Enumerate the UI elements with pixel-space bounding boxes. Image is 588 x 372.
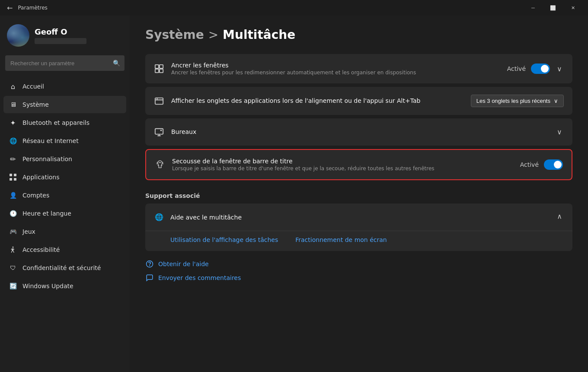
help-item-title: Aide avec le multitâche — [170, 214, 242, 221]
sidebar-item-accueil[interactable]: ⌂ Accueil — [3, 78, 126, 95]
close-button[interactable]: ✕ — [563, 0, 583, 16]
minimize-button[interactable]: ─ — [523, 0, 543, 16]
bluetooth-icon: ✦ — [9, 118, 17, 127]
windows-update-icon: 🔄 — [9, 282, 17, 290]
accessibility-icon — [9, 245, 17, 254]
setting-card-onglets: Afficher les onglets des applications lo… — [145, 87, 572, 115]
footer-link-help-label: Obtenir de l'aide — [158, 261, 209, 267]
sidebar-item-heure[interactable]: 🕐 Heure et langue — [3, 205, 126, 222]
privacy-icon: 🛡 — [9, 264, 17, 272]
feedback-icon — [145, 273, 154, 282]
accounts-icon: 👤 — [9, 191, 17, 200]
setting-control-onglets: Les 3 onglets les plus récents ∨ — [471, 95, 564, 107]
setting-title-ancrer: Ancrer les fenêtres — [171, 62, 500, 69]
sidebar-item-label-jeux: Jeux — [22, 228, 35, 235]
footer-link-help[interactable]: Obtenir de l'aide — [145, 260, 572, 268]
help-chevron[interactable]: ∨ — [555, 211, 564, 223]
footer-link-feedback[interactable]: Envoyer des commentaires — [145, 273, 572, 282]
app-container: Geoff O 🔍 ⌂ Accueil 🖥 Système ✦ Bluetoot… — [0, 16, 588, 372]
svg-rect-8 — [160, 69, 163, 73]
sidebar-item-jeux[interactable]: 🎮 Jeux — [3, 223, 126, 240]
breadcrumb-current: Multitâche — [223, 28, 295, 42]
setting-text-bureaux: Bureaux — [171, 128, 548, 136]
apps-icon — [9, 173, 17, 181]
search-input[interactable] — [5, 55, 125, 71]
titlebar: ← Paramètres ─ ⬜ ✕ — [0, 0, 588, 16]
sidebar-item-applications[interactable]: Applications — [3, 169, 126, 186]
sidebar-item-label-confidentialite: Confidentialité et sécurité — [22, 264, 101, 271]
sidebar-item-personnalisation[interactable]: ✏ Personnalisation — [3, 150, 126, 168]
maximize-button[interactable]: ⬜ — [543, 0, 563, 16]
support-card: 🌐 Aide avec le multitâche ∨ Utilisation … — [145, 203, 572, 251]
sidebar-item-label-accessibilite: Accessibilité — [22, 246, 60, 253]
setting-row-ancrer: Ancrer les fenêtres Ancrer les fenêtres … — [145, 54, 572, 83]
sidebar-item-reseau[interactable]: 🌐 Réseau et Internet — [3, 132, 126, 149]
profile-name: Geoff O — [35, 27, 86, 36]
toggle-knob-secousse — [554, 161, 562, 169]
toggle-knob-ancrer — [541, 65, 549, 73]
sidebar-item-label-personnalisation: Personnalisation — [22, 156, 72, 162]
footer-links: Obtenir de l'aide Envoyer des commentair… — [145, 260, 572, 282]
setting-row-secousse: Secousse de la fenêtre de barre de titre… — [146, 150, 572, 179]
sidebar-item-label-windows-update: Windows Update — [22, 283, 74, 289]
footer-link-feedback-label: Envoyer des commentaires — [158, 274, 241, 281]
svg-rect-5 — [155, 65, 159, 68]
sidebar-item-confidentialite[interactable]: 🛡 Confidentialité et sécurité — [3, 259, 126, 277]
svg-point-21 — [150, 265, 150, 266]
personalization-icon: ✏ — [9, 155, 17, 163]
home-icon: ⌂ — [9, 82, 17, 91]
sidebar-item-comptes[interactable]: 👤 Comptes — [3, 187, 126, 204]
sidebar-item-bluetooth[interactable]: ✦ Bluetooth et appareils — [3, 114, 126, 131]
svg-rect-12 — [155, 128, 163, 134]
setting-desc-secousse: Lorsque je saisis la barre de titre d'un… — [172, 165, 513, 172]
breadcrumb-separator: > — [208, 28, 218, 42]
profile-section[interactable]: Geoff O — [0, 16, 130, 54]
setting-text-secousse: Secousse de la fenêtre de barre de titre… — [172, 158, 513, 172]
system-icon: 🖥 — [9, 100, 17, 109]
sidebar-item-label-applications: Applications — [22, 174, 60, 181]
support-section-header: Support associé — [145, 184, 572, 203]
svg-rect-1 — [14, 174, 16, 176]
titlebar-controls: ─ ⬜ ✕ — [523, 0, 583, 16]
setting-control-ancrer: Activé ∨ — [507, 63, 564, 75]
snap-windows-icon — [154, 64, 164, 74]
help-globe-icon: 🌐 — [154, 212, 164, 223]
setting-card-bureaux: Bureaux ∨ — [145, 118, 572, 146]
sidebar-item-label-comptes: Comptes — [22, 192, 49, 199]
svg-rect-3 — [14, 178, 16, 181]
sidebar-item-label-reseau: Réseau et Internet — [22, 137, 79, 144]
breadcrumb-parent: Système — [145, 28, 204, 42]
titlebar-left: ← Paramètres — [5, 2, 48, 14]
toggle-label-secousse: Activé — [520, 161, 539, 168]
toggle-secousse[interactable] — [544, 159, 563, 170]
games-icon: 🎮 — [9, 227, 17, 236]
back-button[interactable]: ← — [5, 2, 14, 14]
svg-rect-15 — [160, 130, 162, 131]
toggle-label-ancrer: Activé — [507, 65, 526, 72]
sidebar-item-accessibilite[interactable]: Accessibilité — [3, 241, 126, 258]
desktops-icon — [154, 127, 164, 137]
help-item-text: Aide avec le multitâche — [170, 214, 549, 221]
setting-text-onglets: Afficher les onglets des applications lo… — [171, 97, 464, 105]
setting-text-ancrer: Ancrer les fenêtres Ancrer les fenêtres … — [171, 62, 500, 76]
sidebar-item-systeme[interactable]: 🖥 Système — [3, 96, 126, 113]
chevron-bureaux[interactable]: ∨ — [555, 126, 564, 138]
setting-title-secousse: Secousse de la fenêtre de barre de titre — [172, 158, 513, 165]
dropdown-onglets[interactable]: Les 3 onglets les plus récents ∨ — [471, 95, 564, 107]
toggle-ancrer[interactable] — [531, 64, 550, 74]
chevron-ancrer[interactable]: ∨ — [555, 63, 564, 75]
nav-list: ⌂ Accueil 🖥 Système ✦ Bluetooth et appar… — [0, 76, 130, 372]
help-icon — [145, 260, 154, 268]
svg-rect-9 — [155, 98, 163, 104]
sidebar-item-label-accueil: Accueil — [22, 83, 44, 90]
sidebar: Geoff O 🔍 ⌂ Accueil 🖥 Système ✦ Bluetoot… — [0, 16, 130, 372]
support-link-affichage[interactable]: Utilisation de l'affichage des tâches — [170, 236, 278, 243]
sidebar-item-label-heure: Heure et langue — [22, 210, 71, 217]
support-link-fractionnement[interactable]: Fractionnement de mon écran — [295, 236, 387, 243]
support-links: Utilisation de l'affichage des tâches Fr… — [145, 231, 572, 251]
search-box: 🔍 — [5, 55, 125, 71]
sidebar-item-windows-update[interactable]: 🔄 Windows Update — [3, 277, 126, 295]
svg-rect-0 — [10, 174, 12, 176]
setting-title-onglets: Afficher les onglets des applications lo… — [171, 97, 464, 104]
help-item-row[interactable]: 🌐 Aide avec le multitâche ∨ — [145, 203, 572, 231]
